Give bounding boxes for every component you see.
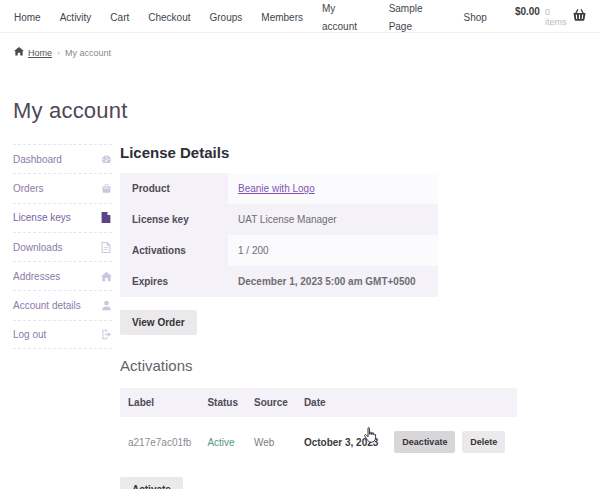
activations-table: Label Status Source Date a217e7ac01fb Ac… (120, 388, 517, 467)
license-file-icon (100, 212, 112, 224)
activations-header-row: Label Status Source Date (120, 388, 517, 417)
license-row-expires: Expires December 1, 2023 5:00 am GMT+050… (120, 266, 438, 297)
shopping-bag-icon (100, 182, 112, 194)
nav-item-checkout[interactable]: Checkout (148, 12, 190, 23)
nav-item-cart[interactable]: Cart (110, 12, 129, 23)
nav-item-my-account[interactable]: My account (322, 3, 357, 32)
account-sidebar: Dashboard Orders License keys Downloads (13, 144, 112, 489)
license-label-activations: Activations (120, 235, 228, 266)
content-columns: Dashboard Orders License keys Downloads (0, 124, 600, 489)
column-label: Label (120, 388, 199, 417)
license-label-key: License key (120, 204, 228, 235)
activation-date: October 3, 2023 (296, 417, 386, 467)
sidebar-item-downloads[interactable]: Downloads (13, 232, 112, 261)
nav-item-groups[interactable]: Groups (210, 12, 243, 23)
gauge-icon (100, 153, 112, 165)
nav-item-activity[interactable]: Activity (60, 12, 92, 23)
activation-label: a217e7ac01fb (120, 417, 199, 467)
address-home-icon (100, 270, 112, 282)
product-link[interactable]: Beanie with Logo (238, 183, 315, 194)
home-icon (14, 47, 24, 58)
license-row-key: License key UAT License Manager (120, 204, 438, 235)
nav-item-home[interactable]: Home (14, 12, 41, 23)
download-file-icon (100, 241, 112, 253)
license-value-key: UAT License Manager (228, 204, 438, 235)
license-label-product: Product (120, 173, 228, 204)
site-header: Home Activity Cart Checkout Groups Membe… (0, 0, 600, 33)
breadcrumb-home-label: Home (28, 48, 52, 58)
column-status: Status (199, 388, 246, 417)
delete-button[interactable]: Delete (462, 431, 505, 453)
activate-button[interactable]: Activate (120, 477, 183, 489)
license-value-activations: 1 / 200 (228, 235, 438, 266)
column-date: Date (296, 388, 386, 417)
license-row-activations: Activations 1 / 200 (120, 235, 438, 266)
license-details-heading: License Details (120, 144, 438, 161)
breadcrumb-home-link[interactable]: Home (14, 47, 52, 58)
license-details-table: Product Beanie with Logo License key UAT… (120, 173, 438, 297)
column-actions (386, 388, 517, 417)
sidebar-item-addresses[interactable]: Addresses (13, 261, 112, 290)
license-label-expires: Expires (120, 266, 228, 297)
user-icon (100, 300, 112, 312)
sidebar-item-account-details[interactable]: Account details (13, 290, 112, 319)
deactivate-button[interactable]: Deactivate (394, 431, 455, 453)
sidebar-item-orders[interactable]: Orders (13, 173, 112, 202)
license-details-panel: License Details Product Beanie with Logo… (120, 144, 438, 489)
page-title: My account (0, 64, 600, 124)
license-row-product: Product Beanie with Logo (120, 173, 438, 204)
breadcrumb-separator: › (57, 48, 60, 58)
nav-item-members[interactable]: Members (261, 12, 303, 23)
logout-icon (100, 328, 112, 340)
activations-heading: Activations (120, 357, 438, 374)
sidebar-item-dashboard[interactable]: Dashboard (13, 144, 112, 173)
breadcrumb: Home › My account (0, 33, 600, 64)
breadcrumb-current: My account (65, 48, 111, 58)
basket-button[interactable] (573, 7, 586, 25)
sidebar-item-license-keys[interactable]: License keys (13, 203, 112, 232)
nav-item-shop[interactable]: Shop (464, 12, 487, 23)
sidebar-item-log-out[interactable]: Log out (13, 320, 112, 349)
activation-row: a217e7ac01fb Active Web October 3, 2023 … (120, 417, 517, 467)
nav-item-sample-page[interactable]: Sample Page (389, 3, 423, 32)
view-order-button[interactable]: View Order (120, 310, 197, 335)
basket-icon (573, 7, 586, 25)
activation-source: Web (246, 417, 296, 467)
cart-item-count: 0 items (545, 7, 573, 27)
cart-total: $0.00 (515, 6, 540, 17)
column-source: Source (246, 388, 296, 417)
primary-nav: Home Activity Cart Checkout Groups Membe… (14, 0, 487, 34)
activation-status: Active (199, 417, 246, 467)
cart-total-link[interactable]: $0.00 0 items (515, 6, 573, 27)
license-value-expires: December 1, 2023 5:00 am GMT+0500 (228, 266, 438, 297)
